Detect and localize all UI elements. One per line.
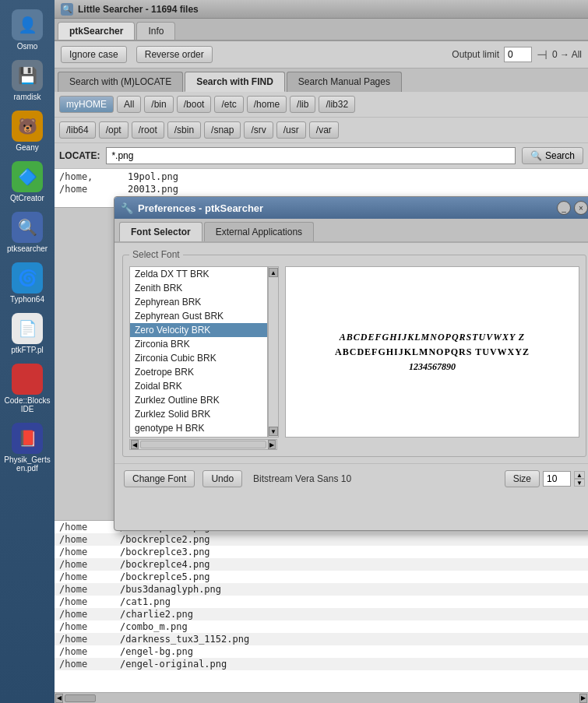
result-path: /home xyxy=(59,621,114,632)
sidebar-item-geany[interactable]: 🐻 Geany xyxy=(2,107,52,155)
sidebar-item-label: ramdisk xyxy=(13,93,40,101)
list-item-selected[interactable]: Zero Velocity BRK xyxy=(130,323,267,337)
path-btn-var[interactable]: /var xyxy=(309,121,339,139)
toolbar: Ignore case Reverse order Output limit ⊣… xyxy=(55,41,588,69)
dialog-title-bar: 🔧 Preferences - ptkSearcher _ × xyxy=(114,197,588,219)
reverse-order-button[interactable]: Reverse order xyxy=(136,46,213,63)
path-btn-lib32[interactable]: /lib32 xyxy=(319,96,355,113)
result-path: /home xyxy=(59,609,114,620)
list-item[interactable]: Zephyrean BRK xyxy=(130,295,267,309)
dialog-close-button[interactable]: × xyxy=(574,201,588,215)
codeblocks-icon xyxy=(12,364,43,395)
font-list-scrollbar[interactable]: ▲ ▼ xyxy=(268,266,279,438)
path-buttons-row1: myHOME All /bin /boot /etc /home /lib /l… xyxy=(55,92,588,118)
sidebar-item-label: Typhon64 xyxy=(10,295,44,304)
all-label: 0 → All xyxy=(552,49,582,60)
path-btn-lib64[interactable]: /lib64 xyxy=(59,121,96,139)
list-item[interactable]: Zirconia Cubic BRK xyxy=(130,351,267,365)
tab-mlocate[interactable]: Search with (M)LOCATE xyxy=(58,72,183,92)
ignore-case-button[interactable]: Ignore case xyxy=(61,46,127,63)
list-item[interactable]: Zoidal BRK xyxy=(130,379,267,393)
sidebar-item-osmo[interactable]: 👤 Osmo xyxy=(2,6,52,54)
tab-ptksearcher[interactable]: ptkSearcher xyxy=(58,22,135,40)
path-btn-myhome[interactable]: myHOME xyxy=(59,96,114,113)
sidebar-item-label: Physik_Gertsen.pdf xyxy=(4,455,51,473)
limit-arrow-icon: ⊣ xyxy=(537,47,548,62)
font-preview-content: ABCDEFGHIJKLMNOPQRSTUVWXY Z ABCDEFGHIJKL… xyxy=(335,332,530,373)
path-btn-boot[interactable]: /boot xyxy=(177,96,212,113)
list-item[interactable]: Zenith BRK xyxy=(130,281,267,295)
physik-icon: 📕 xyxy=(12,423,43,454)
list-item[interactable]: Zoetrope BRK xyxy=(130,365,267,379)
tab-info[interactable]: Info xyxy=(136,22,175,40)
path-btn-snap[interactable]: /snap xyxy=(204,121,241,139)
result-file: /bockreplce5.png xyxy=(120,571,210,582)
tab-manual[interactable]: Search Manual Pages xyxy=(287,72,402,92)
hscrollbar-right-arrow[interactable]: ▶ xyxy=(268,440,276,449)
hscrollbar-left-arrow[interactable]: ◀ xyxy=(131,440,139,449)
font-list[interactable]: Zelda DX TT BRK Zenith BRK Zephyrean BRK… xyxy=(129,266,268,438)
path-btn-opt[interactable]: /opt xyxy=(99,121,129,139)
sidebar: 👤 Osmo 💾 ramdisk 🐻 Geany 🔷 QtCreator 🔍 p… xyxy=(0,0,55,703)
sidebar-item-ramdisk[interactable]: 💾 ramdisk xyxy=(2,57,52,104)
path-btn-root[interactable]: /root xyxy=(132,121,164,139)
hscroll-right-arrow[interactable]: ▶ xyxy=(579,694,587,703)
size-input[interactable] xyxy=(543,471,571,487)
list-item[interactable]: Zephyrean Gust BRK xyxy=(130,309,267,323)
path-btn-srv[interactable]: /srv xyxy=(244,121,273,139)
list-item[interactable]: genotype H BRK xyxy=(130,421,267,435)
preview-line3: 1234567890 xyxy=(335,361,530,373)
sidebar-item-codeblocks[interactable]: Code::Blocks IDE xyxy=(2,360,52,417)
undo-button[interactable]: Undo xyxy=(202,470,242,487)
sidebar-item-physik[interactable]: 📕 Physik_Gertsen.pdf xyxy=(2,420,52,476)
tab-find[interactable]: Search with FIND xyxy=(185,72,285,92)
table-row: /home /engel-original.png xyxy=(55,658,588,670)
hscroll-left-arrow[interactable]: ◀ xyxy=(55,694,63,703)
change-font-button[interactable]: Change Font xyxy=(124,470,195,487)
tab-external-apps[interactable]: External Applications xyxy=(204,222,314,241)
search-input[interactable] xyxy=(106,147,516,164)
size-up-arrow[interactable]: ▲ xyxy=(574,471,585,479)
output-limit-label: Output limit xyxy=(452,49,499,60)
dialog-controls: _ × xyxy=(557,201,588,215)
path-btn-all[interactable]: All xyxy=(117,96,141,113)
limit-input[interactable] xyxy=(504,47,532,62)
result-path: /home xyxy=(59,184,121,195)
sidebar-item-label: ptkFTP.pl xyxy=(11,346,44,354)
sidebar-item-typhon64[interactable]: 🌀 Typhon64 xyxy=(2,259,52,307)
sidebar-item-qtcreator[interactable]: 🔷 QtCreator xyxy=(2,158,52,206)
result-path: /home xyxy=(59,659,114,670)
sidebar-item-ptksearcher[interactable]: 🔍 ptksearcher xyxy=(2,209,52,256)
path-btn-usr[interactable]: /usr xyxy=(276,121,306,139)
table-row: /home, 19pol.png xyxy=(58,170,585,183)
list-item[interactable]: Zurklez Outline BRK xyxy=(130,393,267,407)
size-down-arrow[interactable]: ▼ xyxy=(574,479,585,487)
bottom-scrollbar[interactable]: ◀ ▶ xyxy=(55,692,588,703)
search-button[interactable]: 🔍 Search xyxy=(522,147,583,164)
font-list-wrapper: Zelda DX TT BRK Zenith BRK Zephyrean BRK… xyxy=(129,266,279,438)
list-item[interactable]: Zelda DX TT BRK xyxy=(130,267,267,281)
list-item[interactable]: Zurklez Solid BRK xyxy=(130,407,267,421)
dialog-minimize-button[interactable]: _ xyxy=(557,201,571,215)
path-btn-sbin[interactable]: /sbin xyxy=(167,121,201,139)
tab-font-selector[interactable]: Font Selector xyxy=(119,222,202,241)
scrollbar-down-arrow[interactable]: ▼ xyxy=(269,427,278,436)
font-list-hscrollbar[interactable]: ◀ ▶ xyxy=(129,439,277,450)
font-selector-inner: Zelda DX TT BRK Zenith BRK Zephyrean BRK… xyxy=(129,266,579,438)
path-btn-etc[interactable]: /etc xyxy=(214,96,243,113)
result-path: /home xyxy=(59,596,114,607)
table-row: /home /bockreplce4.png xyxy=(55,558,588,571)
path-btn-home[interactable]: /home xyxy=(247,96,287,113)
main-tabs: ptkSearcher Info xyxy=(55,19,588,41)
path-btn-lib[interactable]: /lib xyxy=(290,96,315,113)
scrollbar-up-arrow[interactable]: ▲ xyxy=(269,268,278,277)
dialog-tabs: Font Selector External Applications xyxy=(114,219,588,243)
result-file: 19pol.png xyxy=(128,171,178,182)
result-file: 20013.png xyxy=(128,184,178,195)
result-file: /combo_m.png xyxy=(120,621,188,632)
list-item[interactable]: Zirconia BRK xyxy=(130,337,267,351)
result-file: /bockreplce4.png xyxy=(120,559,210,570)
path-btn-bin[interactable]: /bin xyxy=(144,96,173,113)
sidebar-item-ptkftp[interactable]: 📄 ptkFTP.pl xyxy=(2,310,52,357)
size-button[interactable]: Size xyxy=(505,470,540,487)
